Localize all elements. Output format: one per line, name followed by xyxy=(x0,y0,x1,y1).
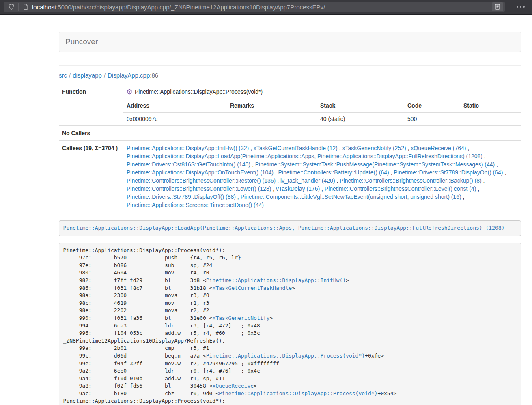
function-name-cell: Pinetime::Applications::DisplayApp::Proc… xyxy=(123,84,521,99)
column-header-address: Address xyxy=(123,99,227,112)
url-bar[interactable]: localhost:5000/path/src/displayapp/Displ… xyxy=(4,2,505,12)
breadcrumb-line-number: :86 xyxy=(150,72,158,79)
divider xyxy=(509,3,509,11)
navbar: Puncover xyxy=(59,32,521,52)
divider xyxy=(59,65,521,66)
toolbar-bottom-strip xyxy=(0,14,532,15)
callee-link[interactable]: vTaskDelay (176) xyxy=(276,185,320,192)
dot xyxy=(517,6,518,8)
asm-symbol-link[interactable]: xTaskGetCurrentTaskHandle xyxy=(212,285,292,291)
callee-link[interactable]: lv_task_handler (420) xyxy=(280,177,335,184)
dot xyxy=(520,6,521,8)
column-header-remarks: Remarks xyxy=(227,99,317,112)
static-value xyxy=(460,112,521,125)
asm-symbol-link[interactable]: Pinetime::Applications::DisplayApp::Proc… xyxy=(206,353,365,359)
function-stats-table: Address Remarks Stack Code Static 0x0000… xyxy=(123,99,521,125)
highlighted-callee-box: Pinetime::Applications::DisplayApp::Load… xyxy=(59,220,521,236)
disassembly-listing: Pinetime::Applications::DisplayApp::Proc… xyxy=(59,243,521,405)
callee-link[interactable]: Pinetime::Controllers::BrightnessControl… xyxy=(127,185,271,192)
breadcrumb-separator: / xyxy=(104,72,106,79)
empty-cell xyxy=(123,126,521,141)
breadcrumb: src/displayapp/DisplayApp.cpp:86 xyxy=(59,72,521,79)
callee-link[interactable]: xQueueReceive (764) xyxy=(411,145,466,151)
table-row: Callees (19, Σ=3704 ) Pinetime::Applicat… xyxy=(59,141,521,213)
url-path: :5000/path/src/displayapp/DisplayApp.cpp… xyxy=(56,4,325,11)
browser-toolbar: localhost:5000/path/src/displayapp/Displ… xyxy=(0,0,532,14)
callee-link[interactable]: Pinetime::Drivers::St7789::DisplayOff() … xyxy=(127,194,236,200)
callee-link[interactable]: Pinetime::System::SystemTask::PushMessag… xyxy=(255,161,495,168)
callee-link[interactable]: Pinetime::Applications::Screens::Timer::… xyxy=(127,202,264,208)
asm-symbol-link[interactable]: xTaskGenericNotify xyxy=(212,315,269,321)
reader-mode-icon xyxy=(494,4,501,10)
page-icon xyxy=(22,4,29,10)
callee-link[interactable]: Pinetime::Controllers::Battery::Update()… xyxy=(278,169,389,176)
callee-link[interactable]: Pinetime::Drivers::St7789::DisplayOn() (… xyxy=(394,169,503,176)
callee-link[interactable]: Pinetime::Controllers::BrightnessControl… xyxy=(127,177,276,184)
callee-link[interactable]: Pinetime::Controllers::BrightnessControl… xyxy=(340,177,481,184)
highlighted-callee-link[interactable]: Pinetime::Applications::DisplayApp::Load… xyxy=(63,225,505,231)
table-header-row: Address Remarks Stack Code Static xyxy=(123,99,521,112)
menu-button[interactable] xyxy=(513,6,528,8)
callee-link[interactable]: xTaskGenericNotify (252) xyxy=(342,145,406,151)
callees-list: Pinetime::Applications::DisplayApp::Init… xyxy=(123,141,521,213)
callee-link[interactable]: Pinetime::Applications::DisplayApp::Load… xyxy=(127,153,482,159)
shield-icon[interactable] xyxy=(8,4,15,10)
breadcrumb-link-file[interactable]: DisplayApp.cpp xyxy=(108,72,150,79)
table-row: 0x0000097c 40 (static) 500 xyxy=(123,112,521,125)
function-detail-table: Function Pinetime::Applications::Display… xyxy=(59,84,521,212)
callees-label: Callees (19, Σ=3704 ) xyxy=(59,141,123,213)
address-value: 0x0000097c xyxy=(123,112,227,125)
asm-symbol-link[interactable]: Pinetime::Applications::DisplayApp::Proc… xyxy=(219,390,377,396)
callee-link[interactable]: Pinetime::Controllers::BrightnessControl… xyxy=(325,185,476,192)
column-header-stack: Stack xyxy=(317,99,404,112)
table-row: Function Pinetime::Applications::Display… xyxy=(59,84,521,99)
breadcrumb-link-src[interactable]: src xyxy=(59,72,67,79)
remarks-value xyxy=(227,112,317,125)
page-content: Puncover src/displayapp/DisplayApp.cpp:8… xyxy=(59,32,521,405)
table-row: No Callers xyxy=(59,126,521,141)
stack-value: 40 (static) xyxy=(317,112,404,125)
column-header-static: Static xyxy=(460,99,521,112)
url-host: localhost xyxy=(32,4,56,11)
reader-mode-button[interactable] xyxy=(492,2,503,11)
breadcrumb-link-displayapp[interactable]: displayapp xyxy=(73,72,102,79)
divider xyxy=(18,3,19,11)
url-text[interactable]: localhost:5000/path/src/displayapp/Displ… xyxy=(32,4,492,11)
no-callers-label: No Callers xyxy=(59,126,123,141)
function-label: Function xyxy=(59,84,123,99)
callee-link[interactable]: Pinetime::Applications::DisplayApp::Init… xyxy=(127,145,249,151)
brand-link[interactable]: Puncover xyxy=(59,37,104,46)
dot xyxy=(523,6,525,8)
callee-link[interactable]: Pinetime::Drivers::Cst816S::GetTouchInfo… xyxy=(127,161,250,168)
asm-symbol-link[interactable]: Pinetime::Applications::DisplayApp::Init… xyxy=(206,277,346,283)
callee-link[interactable]: xTaskGetCurrentTaskHandle (12) xyxy=(254,145,338,151)
symbol-cube-icon xyxy=(127,89,132,95)
table-row: Address Remarks Stack Code Static 0x0000… xyxy=(59,99,521,126)
function-name: Pinetime::Applications::DisplayApp::Proc… xyxy=(135,88,263,95)
asm-symbol-link[interactable]: xQueueReceive xyxy=(212,383,254,389)
empty-cell xyxy=(59,99,123,126)
callee-link[interactable]: Pinetime::Components::LittleVgl::SetNewT… xyxy=(241,194,461,200)
callee-link[interactable]: Pinetime::Applications::DisplayApp::OnTo… xyxy=(127,169,274,176)
code-value: 500 xyxy=(404,112,460,125)
column-header-code: Code xyxy=(404,99,460,112)
breadcrumb-separator: / xyxy=(69,72,71,79)
